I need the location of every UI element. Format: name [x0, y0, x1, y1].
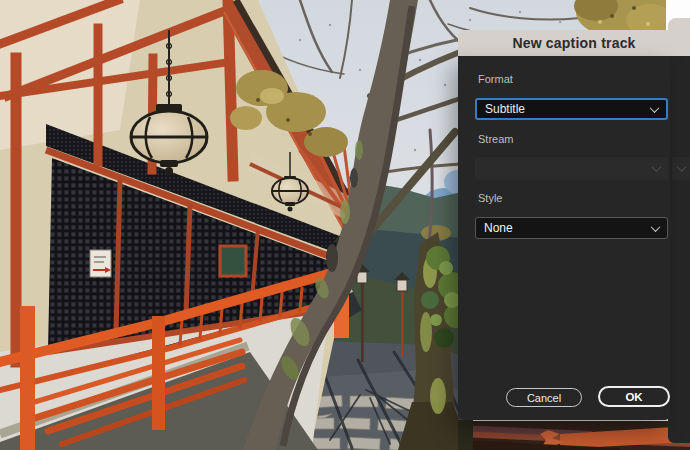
ok-button[interactable]: OK [598, 386, 670, 407]
paper-sign [90, 250, 111, 277]
style-label: Style [478, 192, 502, 204]
chevron-down-icon [651, 222, 661, 232]
screenshot-stage: New caption track Format Subtitle Stream… [0, 0, 690, 450]
chevron-down-icon [677, 162, 687, 172]
background-dialog-body [668, 44, 690, 443]
new-caption-track-dialog: Format Subtitle Stream Style None Cancel… [458, 56, 670, 420]
style-dropdown[interactable]: None [475, 217, 668, 239]
dialog-title-bar: New caption track [458, 30, 690, 56]
dialog-title: New caption track [512, 35, 635, 51]
stream-label: Stream [478, 133, 513, 145]
railing-closeup-bottom [458, 420, 690, 450]
chevron-down-icon [652, 162, 662, 172]
background-stream-dropdown[interactable] [672, 157, 690, 180]
format-label: Format [478, 73, 513, 85]
corner-window [220, 246, 246, 276]
format-value: Subtitle [485, 102, 525, 116]
chevron-down-icon [650, 103, 660, 113]
cancel-button[interactable]: Cancel [506, 388, 582, 407]
format-dropdown[interactable]: Subtitle [475, 98, 668, 120]
stream-dropdown-disabled [475, 157, 668, 180]
style-value: None [484, 221, 513, 235]
